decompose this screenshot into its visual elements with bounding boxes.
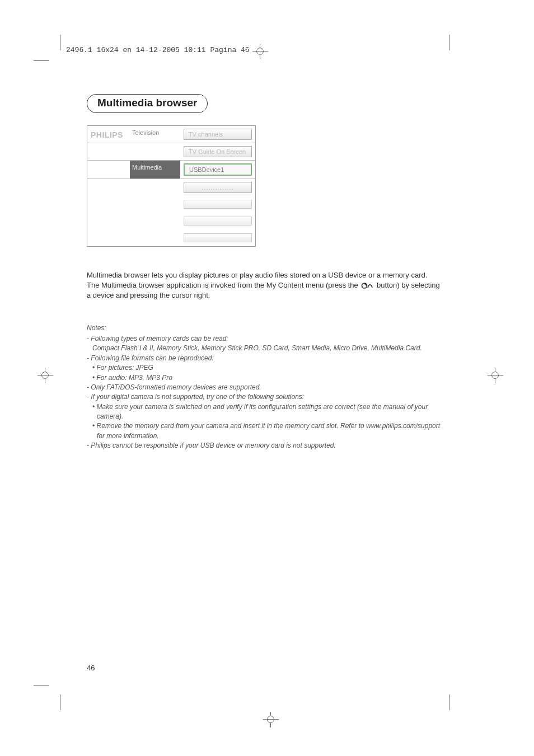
note-item: - Only FAT/DOS-formatted memory devices …: [87, 383, 445, 392]
page-number: 46: [87, 664, 95, 672]
menu-item-empty: [184, 233, 252, 242]
print-header: 2496.1 16x24 en 14-12-2005 10:11 Pagina …: [66, 46, 250, 54]
note-item: • Remove the memory card from your camer…: [87, 421, 445, 441]
menu-item-tv-channels: TV channels: [184, 129, 252, 140]
crop-mark: [449, 35, 449, 50]
crop-mark: [60, 694, 60, 710]
crop-mark: [60, 35, 60, 50]
menu-item-tv-guide: TV Guide On Screen: [184, 146, 252, 157]
menu-item-usbdevice-selected: USBDevice1: [184, 163, 252, 176]
notes-header: Notes:: [87, 323, 445, 333]
menu-item-empty: [184, 217, 252, 226]
note-item: • Make sure your camera is switched on a…: [87, 402, 445, 422]
note-item: - Following types of memory cards can be…: [87, 334, 445, 344]
menu-item-placeholder: ..............: [184, 182, 252, 193]
menu-category-television: Television: [130, 126, 180, 143]
note-item: - Philips cannot be responsible if your …: [87, 441, 445, 450]
page-content: Multimedia browser PHILIPS Television TV…: [87, 94, 445, 451]
menu-category-multimedia-selected: Multimedia: [130, 161, 180, 179]
note-item: - Following file formats can be reproduc…: [87, 354, 445, 363]
note-item: Compact Flash I & II, Memory Stick, Memo…: [87, 344, 445, 353]
note-item: • For audio: MP3, MP3 Pro: [87, 373, 445, 383]
my-content-icon: [361, 282, 373, 289]
ui-screenshot-panel: PHILIPS Television TV channels TV Guide …: [87, 125, 256, 247]
notes-section: Notes: - Following types of memory cards…: [87, 323, 445, 451]
brand-label: PHILIPS: [87, 126, 130, 143]
notes-list: - Following types of memory cards can be…: [87, 334, 445, 451]
registration-mark: [488, 368, 503, 383]
registration-mark: [263, 712, 279, 727]
note-item: - If your digital camera is not supporte…: [87, 392, 445, 402]
intro-p1: Multimedia browser lets you display pict…: [87, 270, 445, 280]
crop-mark: [449, 694, 449, 710]
intro-p2: The Multimedia browser application is in…: [87, 280, 445, 300]
registration-mark: [252, 44, 268, 59]
intro-p2a: The Multimedia browser application is in…: [87, 281, 360, 289]
menu-item-empty: [184, 200, 252, 209]
note-item: • For pictures: JPEG: [87, 363, 445, 373]
intro-paragraphs: Multimedia browser lets you display pict…: [87, 270, 445, 301]
section-title: Multimedia browser: [87, 94, 208, 113]
registration-mark: [38, 368, 53, 383]
crop-mark: [34, 685, 49, 685]
crop-mark: [34, 60, 49, 61]
